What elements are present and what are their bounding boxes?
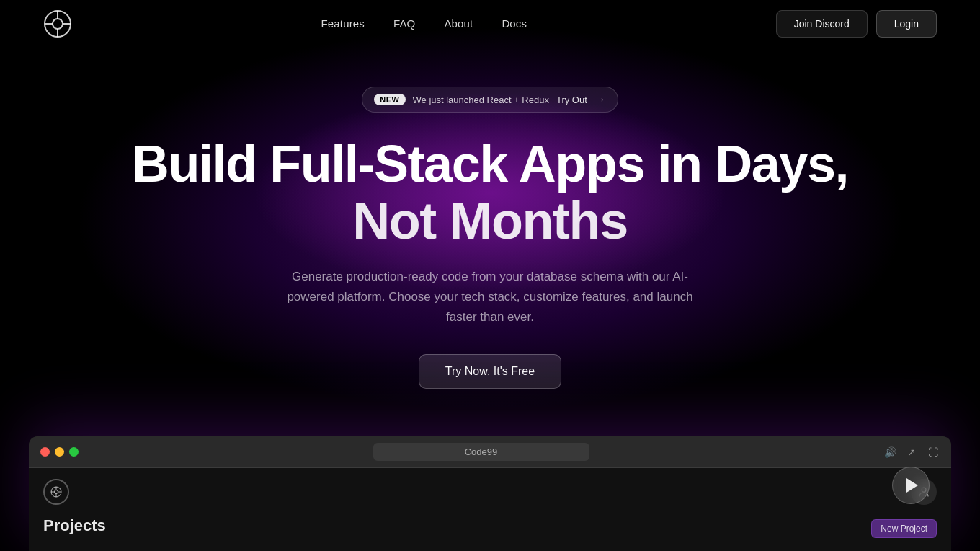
announcement-badge[interactable]: NEW We just launched React + Redux Try O…	[362, 87, 618, 113]
navbar: Features FAQ About Docs Join Discord Log…	[0, 0, 980, 47]
window-traffic-lights	[40, 447, 79, 457]
new-project-button[interactable]: New Project	[871, 519, 937, 538]
window-minimize-dot[interactable]	[55, 447, 64, 457]
logo-icon	[43, 9, 72, 38]
badge-text: We just launched React + Redux	[413, 94, 549, 105]
play-icon	[906, 478, 918, 493]
badge-new-label: NEW	[374, 94, 405, 105]
play-video-button[interactable]	[892, 467, 930, 504]
new-project-label: New Project	[881, 524, 927, 534]
svg-point-7	[55, 490, 58, 493]
nav-docs[interactable]: Docs	[502, 17, 527, 30]
cta-button[interactable]: Try Now, It's Free	[419, 354, 561, 389]
nav-actions: Join Discord Login	[776, 10, 937, 38]
window-maximize-dot[interactable]	[69, 447, 79, 457]
window-titlebar: Code99 🔊 ↗ ⛶	[29, 436, 951, 468]
nav-faq[interactable]: FAQ	[393, 17, 415, 30]
svg-point-1	[53, 19, 63, 29]
fullscreen-icon[interactable]: ⛶	[927, 446, 940, 459]
window-close-dot[interactable]	[40, 447, 50, 457]
hero-subtitle: Generate production-ready code from your…	[274, 267, 706, 327]
nav-links: Features FAQ About Docs	[321, 17, 527, 30]
hero-title-line1: Build Full-Stack Apps in Days,	[132, 136, 848, 193]
window-url-text[interactable]: Code99	[373, 443, 589, 461]
hero-title: Build Full-Stack Apps in Days, Not Month…	[132, 136, 848, 250]
badge-arrow-icon: →	[594, 93, 606, 106]
join-discord-button[interactable]: Join Discord	[776, 10, 868, 38]
window-inner-header: Projects New Project	[29, 468, 951, 551]
inner-app-logo[interactable]	[43, 479, 69, 505]
badge-try-label: Try Out	[556, 94, 587, 105]
window-body: Projects New Project	[29, 468, 951, 551]
nav-about[interactable]: About	[444, 17, 473, 30]
window-url-bar: Code99	[90, 443, 872, 461]
app-window: Code99 🔊 ↗ ⛶	[29, 436, 951, 551]
app-window-wrapper: Code99 🔊 ↗ ⛶	[29, 436, 951, 551]
export-icon[interactable]: ↗	[905, 446, 918, 459]
hero-section: NEW We just launched React + Redux Try O…	[0, 47, 980, 389]
logo[interactable]	[43, 9, 72, 38]
hero-title-line2: Not Months	[132, 193, 848, 250]
sound-icon[interactable]: 🔊	[883, 446, 896, 459]
play-button-wrapper	[892, 467, 930, 504]
window-controls: 🔊 ↗ ⛶	[883, 446, 940, 459]
nav-features[interactable]: Features	[321, 17, 365, 30]
login-button[interactable]: Login	[876, 10, 937, 38]
projects-heading: Projects	[43, 516, 106, 535]
